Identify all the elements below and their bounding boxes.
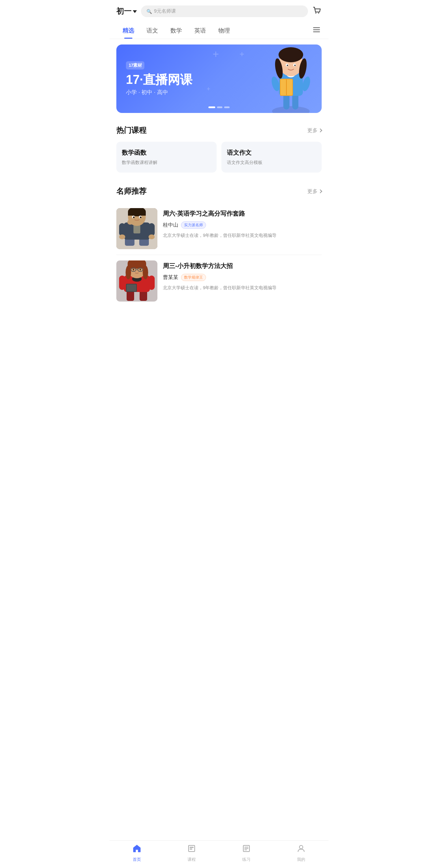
svg-point-0 [315,13,317,14]
svg-rect-36 [128,212,146,216]
svg-point-1 [318,13,319,14]
teacher-desc-0: 北京大学硕士在读，9年教龄，曾任职新华社英文电视编导 [163,232,322,239]
search-bar[interactable]: 🔍 9元名师课 [141,5,308,17]
svg-point-16 [279,47,303,62]
svg-point-60 [133,269,134,270]
svg-point-21 [287,65,288,66]
teacher-course-title-1: 周三-小升初数学方法大招 [163,262,322,270]
course-card-title-0: 数学函数 [122,149,211,157]
svg-rect-50 [127,284,136,291]
teacher-avatar-1 [116,260,157,302]
svg-point-40 [140,217,142,218]
banner-dot-3[interactable] [224,106,230,108]
nav-more-button[interactable] [311,23,322,39]
course-card-desc-1: 语文作文高分模板 [227,159,316,166]
teacher-info-1: 周三-小升初数学方法大招 曹某某 数学规律王 北京大学硕士在读，9年教龄，曾任职… [163,260,322,292]
teacher-name-0: 桂中山 [163,222,178,228]
teacher-avatar-0 [116,208,157,249]
app-header: 初一 🔍 9元名师课 [110,0,328,23]
teacher-badge-1: 数学规律王 [181,274,206,281]
course-cards-container: 数学函数 数学函数课程讲解 语文作文 语文作文高分模板 [110,139,328,179]
deco-plus-2: + [207,86,210,93]
teacher-badge-0: 实力派名师 [181,221,206,229]
svg-rect-48 [149,276,155,290]
banner-dots [208,106,230,108]
banner-dot-1[interactable] [208,106,215,108]
svg-rect-30 [149,223,155,236]
course-card-desc-0: 数学函数课程讲解 [122,159,211,166]
teacher-name-row-0: 桂中山 实力派名师 [163,221,322,229]
hot-courses-title: 热门课程 [116,125,146,136]
svg-point-32 [149,234,155,239]
svg-point-31 [119,234,125,239]
teacher-item-0[interactable]: 周六-英语学习之高分写作套路 桂中山 实力派名师 北京大学硕士在读，9年教龄，曾… [116,203,322,255]
nav-item-jingxuan[interactable]: 精选 [116,23,140,39]
banner-figure [260,44,322,113]
course-card-title-1: 语文作文 [227,149,316,157]
teacher-name-row-1: 曹某某 数学规律王 [163,274,322,281]
famous-teachers-more-button[interactable]: 更多 [307,188,322,195]
nav-item-wuli[interactable]: 物理 [212,23,236,39]
nav-item-yuwen[interactable]: 语文 [140,23,164,39]
search-icon: 🔍 [146,9,152,14]
course-card-1[interactable]: 语文作文 语文作文高分模板 [221,142,322,173]
hot-courses-header: 热门课程 更多 [110,118,328,139]
chevron-right-icon-2 [318,189,322,193]
banner-card[interactable]: + + + 17素材 17·直播网课 小学 · 初中 · 高中 [116,44,322,113]
svg-point-56 [143,266,148,279]
app-logo: 初一 [116,6,137,16]
teacher-item-1[interactable]: 周三-小升初数学方法大招 曹某某 数学规律王 北京大学硕士在读，9年教龄，曾任职… [116,255,322,307]
hot-courses-more-button[interactable]: 更多 [307,127,322,134]
svg-point-55 [126,266,131,279]
chevron-right-icon [318,128,322,132]
banner-logo-tag: 17素材 [126,61,144,69]
svg-rect-54 [128,263,146,269]
teacher-course-title-0: 周六-英语学习之高分写作套路 [163,209,322,218]
teacher-desc-1: 北京大学硕士在读，9年教龄，曾任职新华社英文电视编导 [163,284,322,292]
svg-point-61 [140,269,141,270]
nav-item-shuxue[interactable]: 数学 [164,23,188,39]
cart-button[interactable] [312,5,322,17]
svg-point-39 [133,217,135,218]
svg-rect-29 [119,223,125,236]
banner-section: + + + 17素材 17·直播网课 小学 · 初中 · 高中 [110,39,328,118]
famous-teachers-header: 名师推荐 更多 [110,179,328,200]
course-card-0[interactable]: 数学函数 数学函数课程讲解 [116,142,217,173]
deco-plus-3: + [212,48,219,61]
nav-item-yingyu[interactable]: 英语 [188,23,212,39]
teacher-list: 周六-英语学习之高分写作套路 桂中山 实力派名师 北京大学硕士在读，9年教龄，曾… [110,200,328,310]
banner-dot-2[interactable] [217,106,222,108]
svg-point-22 [294,65,296,66]
search-placeholder-text: 9元名师课 [154,8,176,14]
logo-arrow-icon [133,10,137,13]
nav-bar: 精选 语文 数学 英语 物理 [110,23,328,39]
deco-plus-1: + [240,49,244,59]
teacher-info-0: 周六-英语学习之高分写作套路 桂中山 实力派名师 北京大学硕士在读，9年教龄，曾… [163,208,322,239]
svg-point-5 [272,106,310,113]
svg-rect-47 [119,276,125,290]
teacher-name-1: 曹某某 [163,274,178,281]
famous-teachers-title: 名师推荐 [116,186,146,196]
